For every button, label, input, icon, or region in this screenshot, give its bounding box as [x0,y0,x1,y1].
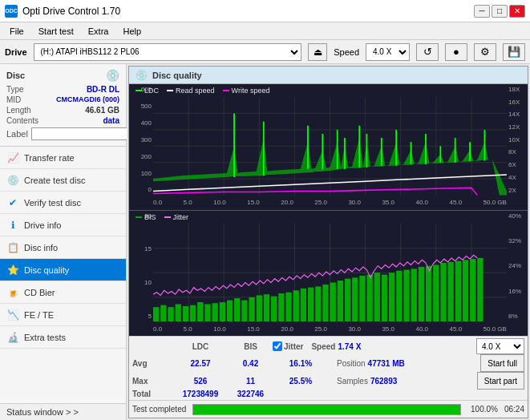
menubar: File Start test Extra Help [0,22,530,40]
start-full-container: Start full [480,354,524,372]
svg-rect-73 [382,274,387,321]
extra-tests-label: Extra tests [24,333,66,342]
record-button[interactable]: ● [445,43,467,61]
sidebar-item-verify-test-disc[interactable]: ✔ Verify test disc [0,192,126,214]
chart-bottom-x-axis: 0.0 5.0 10.0 15.0 20.0 25.0 30.0 35.0 40… [153,321,507,336]
sidebar-item-drive-info[interactable]: ℹ Drive info [0,214,126,236]
progress-percentage: 100.0% [467,405,498,414]
cd-bier-icon: 🍺 [6,287,19,298]
total-row: Total 17238499 322746 [132,390,524,398]
sidebar-item-disc-info[interactable]: 📋 Disc info [0,236,126,259]
avg-jitter: 16.1% [273,359,329,368]
create-test-disc-icon: 💿 [6,175,19,186]
sidebar-item-cd-bier[interactable]: 🍺 CD Bier [0,281,126,304]
chart-top-y-left: 600 500 400 300 200 100 0 [129,84,153,194]
chart-ldc: LDC Read speed Write speed 600 [129,84,528,211]
svg-rect-77 [411,269,417,321]
chart-bottom-svg [153,224,507,322]
legend-ldc: LDC [136,87,159,95]
svg-rect-65 [322,284,328,321]
charts-container: LDC Read speed Write speed 600 [129,84,528,336]
svg-rect-43 [160,305,166,321]
menu-file[interactable]: File [3,25,30,38]
disc-quality-title: Disc quality [152,71,202,80]
svg-rect-59 [278,293,284,321]
disc-icon: 💿 [106,69,119,82]
extra-tests-icon: 🔬 [6,332,19,343]
svg-rect-53 [234,298,240,321]
legend-ldc-label: LDC [144,87,159,95]
length-value: 46.61 GB [85,106,119,115]
chart-bottom-legend: BIS Jitter [136,213,188,221]
label-label: Label [6,129,28,139]
jitter-checkbox[interactable] [273,341,282,351]
titlebar: ODC Opti Drive Control 1.70 ─ □ ✕ [0,0,530,22]
max-row: Max 526 11 25.5% Samples 762893 Start pa… [132,372,524,390]
menu-extra[interactable]: Extra [82,25,115,38]
sidebar-item-transfer-rate[interactable]: 📈 Transfer rate [0,147,126,169]
label-input[interactable] [31,127,138,140]
svg-rect-67 [338,281,343,321]
samples-container: Samples 762893 [337,377,397,386]
content-area: 💿 Disc quality LDC Read speed [127,64,530,420]
sidebar-item-fe-te[interactable]: 📉 FE / TE [0,304,126,326]
legend-read-speed: Read speed [167,87,215,95]
eject-button[interactable]: ⏏ [308,43,327,61]
settings-button[interactable]: ⚙ [474,43,496,61]
save-button[interactable]: 💾 [503,43,525,61]
mid-label: MID [6,95,21,104]
position-label: Position [337,359,366,368]
svg-rect-80 [433,265,439,321]
svg-rect-57 [264,294,269,321]
quality-speed-select[interactable]: 4.0 X [476,338,524,354]
svg-rect-49 [204,304,210,321]
speed-header: Speed [311,342,335,351]
chart-top-svg [153,97,507,196]
samples-value: 762893 [370,377,397,386]
ldc-color [136,90,142,91]
chart-bis: BIS Jitter 20 15 10 5 [129,211,528,337]
app-title: Opti Drive Control 1.70 [22,6,120,17]
menu-start-test[interactable]: Start test [32,25,80,38]
menu-help[interactable]: Help [116,25,148,38]
svg-rect-63 [308,287,314,321]
type-label: Type [6,85,24,94]
max-label: Max [132,377,172,386]
titlebar-controls: ─ □ ✕ [474,5,525,18]
svg-rect-69 [352,277,358,321]
minimize-button[interactable]: ─ [474,5,490,18]
legend-write-speed: Write speed [223,87,270,95]
avg-ldc: 22.57 [172,359,229,368]
svg-rect-72 [374,273,380,321]
speed-select[interactable]: 4.0 X [366,43,410,61]
svg-rect-66 [330,282,336,321]
sidebar-item-disc-quality[interactable]: ⭐ Disc quality [0,259,126,281]
type-value: BD-R DL [87,85,119,94]
svg-rect-76 [403,269,409,321]
disc-label-row: Label ✎ [6,127,119,141]
svg-rect-55 [249,297,254,321]
legend-jitter-label: Jitter [173,213,189,221]
svg-rect-71 [366,274,372,321]
refresh-button[interactable]: ↺ [416,43,439,61]
svg-rect-45 [176,304,181,321]
drive-label: Drive [5,47,27,57]
legend-write-speed-label: Write speed [232,87,270,95]
start-full-button[interactable]: Start full [480,354,524,372]
svg-rect-74 [389,273,394,321]
svg-rect-56 [257,295,262,321]
legend-bis: BIS [136,213,156,221]
chart-top-svg-container [153,97,507,196]
sidebar-item-extra-tests[interactable]: 🔬 Extra tests [0,326,126,349]
main-layout: Disc 💿 Type BD-R DL MID CMCMAGDI6 (000) … [0,64,530,420]
svg-rect-60 [285,292,291,321]
maximize-button[interactable]: □ [492,5,508,18]
sidebar-item-create-test-disc[interactable]: 💿 Create test disc [0,169,126,192]
drive-select[interactable]: (H:) ATAPI iHBS112 2 PL06 [34,43,302,61]
max-ldc: 526 [172,377,229,386]
close-button[interactable]: ✕ [509,5,525,18]
svg-rect-79 [426,265,431,321]
position-value: 47731 MB [368,359,405,368]
start-part-button[interactable]: Start part [477,372,524,390]
status-window-button[interactable]: Status window > > [0,403,126,420]
